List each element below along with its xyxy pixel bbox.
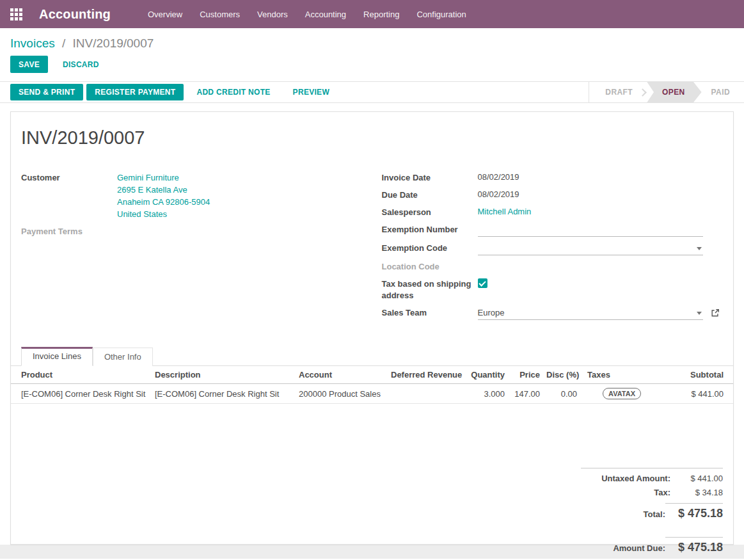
exemption-code-select[interactable] (478, 242, 703, 255)
customer-city-link[interactable]: Anaheim CA 92806-5904 (117, 196, 372, 208)
line-product[interactable]: [E-COM06] Corner Desk Right Sit (11, 385, 155, 403)
status-step-paid[interactable]: PAID (702, 82, 744, 103)
tax-badge: AVATAX (603, 388, 641, 399)
sales-team-row: Sales Team Europe (382, 307, 724, 320)
add-credit-note-button[interactable]: ADD CREDIT NOTE (187, 84, 280, 100)
col-header-taxes: Taxes (583, 366, 647, 383)
statusbar: DRAFT OPEN PAID (589, 82, 744, 103)
chevron-down-icon[interactable] (697, 312, 702, 315)
invoice-date-row: Invoice Date 08/02/2019 (382, 172, 724, 184)
invoice-lines-table: Product Description Account Deferred Rev… (11, 366, 733, 404)
location-code-row: Location Code (382, 260, 724, 273)
salesperson-value[interactable]: Mitchell Admin (478, 206, 724, 218)
tab-bar: Invoice Lines Other Info (11, 347, 733, 366)
customer-street-link[interactable]: 2695 E Katella Ave (117, 184, 372, 196)
preview-button[interactable]: PREVIEW (283, 84, 339, 100)
status-step-draft[interactable]: DRAFT (596, 82, 642, 103)
table-row[interactable]: [E-COM06] Corner Desk Right Sit [E-COM06… (11, 384, 733, 404)
totals-block: Untaxed Amount: $ 441.00 Tax: $ 34.18 To… (581, 468, 723, 520)
tax-shipping-checkbox[interactable] (478, 278, 487, 288)
untaxed-amount-label: Untaxed Amount: (581, 474, 670, 483)
nav-item-configuration[interactable]: Configuration (416, 10, 466, 19)
invoice-number-title: INV/2019/0007 (21, 127, 723, 148)
nav-item-vendors[interactable]: Vendors (257, 10, 288, 19)
due-date-label: Due Date (382, 189, 478, 201)
untaxed-amount-value: $ 441.00 (670, 474, 723, 483)
exemption-code-row: Exemption Code (382, 242, 724, 255)
salesperson-label: Salesperson (382, 206, 478, 218)
exemption-number-label: Exemption Number (382, 223, 478, 236)
field-group-right: Invoice Date 08/02/2019 Due Date 08/02/2… (372, 172, 724, 325)
notebook: Invoice Lines Other Info Product Descrip… (11, 347, 733, 404)
discard-button[interactable]: DISCARD (54, 56, 107, 73)
external-link-icon[interactable] (711, 308, 720, 317)
send-print-button[interactable]: SEND & PRINT (10, 84, 83, 100)
tab-other-info[interactable]: Other Info (93, 348, 153, 366)
salesperson-row: Salesperson Mitchell Admin (382, 206, 724, 218)
line-deferred-revenue[interactable] (391, 390, 466, 397)
col-header-quantity: Quantity (466, 366, 511, 383)
tax-shipping-row: Tax based on shipping address (382, 278, 724, 301)
sales-team-value: Europe (478, 307, 505, 319)
status-step-open[interactable]: OPEN (647, 82, 702, 103)
invoice-date-label: Invoice Date (382, 172, 478, 184)
line-price[interactable]: 147.00 (511, 385, 546, 403)
action-toolbar: SEND & PRINT REGISTER PAYMENT ADD CREDIT… (0, 81, 744, 103)
nav-item-reporting[interactable]: Reporting (363, 10, 399, 19)
due-date-value[interactable]: 08/02/2019 (478, 189, 724, 200)
save-button[interactable]: SAVE (10, 56, 48, 73)
breadcrumb-invoices-link[interactable]: Invoices (10, 36, 55, 50)
line-quantity[interactable]: 3.000 (466, 385, 511, 403)
nav-item-overview[interactable]: Overview (148, 10, 182, 19)
tab-invoice-lines[interactable]: Invoice Lines (21, 347, 93, 366)
line-description[interactable]: [E-COM06] Corner Desk Right Sit (155, 385, 299, 403)
app-title[interactable]: Accounting (39, 7, 111, 22)
payment-terms-label: Payment Terms (21, 225, 117, 237)
exemption-code-label: Exemption Code (382, 242, 478, 254)
total-label: Total: (581, 509, 665, 519)
exemption-number-input[interactable] (478, 223, 703, 237)
nav-item-customers[interactable]: Customers (200, 10, 240, 19)
col-header-description: Description (155, 366, 299, 383)
apps-menu-icon[interactable] (10, 8, 22, 20)
tax-shipping-label: Tax based on shipping address (382, 278, 478, 301)
customer-label: Customer (21, 172, 117, 184)
chevron-down-icon[interactable] (697, 247, 702, 250)
toolbar-buttons: SEND & PRINT REGISTER PAYMENT ADD CREDIT… (0, 84, 339, 100)
main-menu: Overview Customers Vendors Accounting Re… (148, 10, 466, 19)
field-groups: Customer Gemini Furniture 2695 E Katella… (21, 172, 723, 325)
col-header-price: Price (511, 366, 546, 383)
col-header-deferred-revenue: Deferred Revenue (391, 366, 466, 383)
total-value: $ 475.18 (665, 503, 723, 520)
total-row: Total: $ 475.18 (581, 502, 723, 520)
register-payment-button[interactable]: REGISTER PAYMENT (86, 84, 184, 100)
customer-name-link[interactable]: Gemini Furniture (117, 172, 372, 184)
sales-team-label: Sales Team (382, 307, 478, 319)
line-taxes[interactable]: AVATAX (583, 384, 647, 403)
tax-value: $ 34.18 (670, 488, 723, 497)
customer-country-link[interactable]: United States (117, 208, 372, 220)
col-header-account: Account (299, 366, 391, 383)
top-navbar: Accounting Overview Customers Vendors Ac… (0, 0, 744, 28)
line-disc[interactable]: 0.00 (546, 385, 583, 403)
amount-due-value: $ 475.18 (665, 537, 723, 554)
line-account[interactable]: 200000 Product Sales (299, 385, 391, 403)
invoice-date-value[interactable]: 08/02/2019 (478, 172, 724, 183)
breadcrumb-current: INV/2019/0007 (73, 36, 154, 50)
edit-actions: SAVE DISCARD (0, 56, 744, 73)
nav-item-accounting[interactable]: Accounting (305, 10, 346, 19)
due-date-row: Due Date 08/02/2019 (382, 189, 724, 201)
col-header-subtotal: Subtotal (647, 366, 733, 383)
field-group-left: Customer Gemini Furniture 2695 E Katella… (21, 172, 372, 325)
tax-label: Tax: (581, 488, 670, 497)
page: { "nav": { "app_name": "Accounting", "it… (0, 0, 744, 560)
breadcrumb: Invoices / INV/2019/0007 (0, 28, 744, 56)
exemption-number-row: Exemption Number (382, 223, 724, 237)
tax-row: Tax: $ 34.18 (581, 488, 723, 497)
untaxed-amount-row: Untaxed Amount: $ 441.00 (581, 474, 723, 483)
amount-due-label: Amount Due: (581, 543, 665, 553)
customer-field-row: Customer Gemini Furniture 2695 E Katella… (21, 172, 372, 220)
customer-address: Gemini Furniture 2695 E Katella Ave Anah… (117, 172, 372, 220)
sales-team-select[interactable]: Europe (478, 307, 703, 320)
line-subtotal[interactable]: $ 441.00 (647, 385, 733, 403)
